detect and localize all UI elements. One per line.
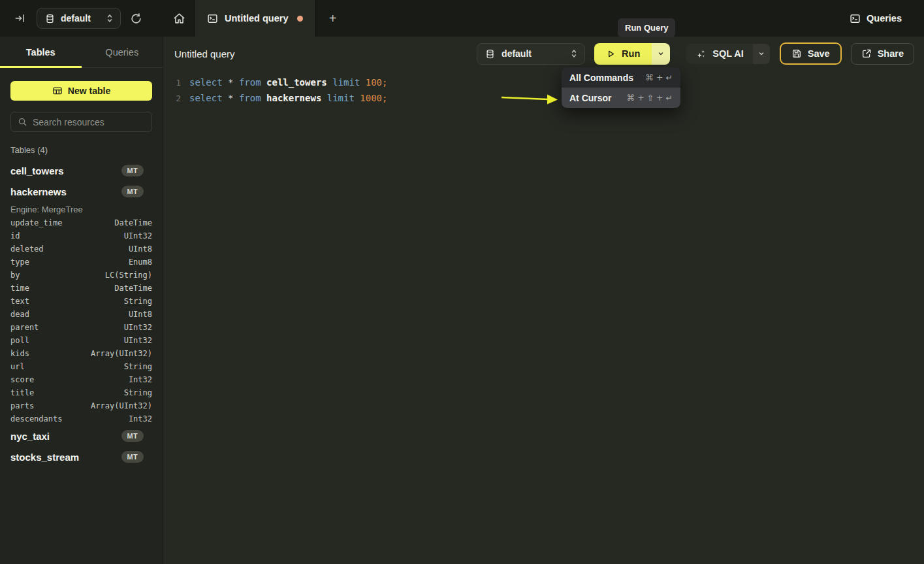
sql-ai-label: SQL AI bbox=[712, 48, 744, 59]
column-type: UInt32 bbox=[124, 231, 152, 241]
tabstrip: Untitled query + bbox=[163, 0, 349, 37]
save-icon bbox=[791, 48, 802, 59]
sql-ai-options-caret[interactable] bbox=[753, 44, 770, 64]
table-row-stocks-stream[interactable]: stocks_streamMT bbox=[10, 446, 152, 467]
save-button[interactable]: Save bbox=[780, 42, 842, 65]
column-row-title: titleString bbox=[10, 386, 152, 399]
updown-chevron-icon bbox=[570, 49, 578, 58]
run-button[interactable]: Run bbox=[594, 43, 652, 65]
table-name: nyc_taxi bbox=[10, 431, 50, 442]
token-op: * bbox=[228, 77, 239, 88]
code-text: select * from hackernews limit 1000; bbox=[181, 93, 387, 103]
new-table-label: New table bbox=[68, 86, 110, 96]
menu-item-shortcut: ⌘ + ↵ bbox=[646, 73, 673, 82]
sidebar-tab-queries[interactable]: Queries bbox=[82, 37, 163, 67]
topbar-database-selector[interactable]: default bbox=[37, 8, 121, 29]
column-name: text bbox=[10, 297, 29, 306]
menu-item-label: At Cursor bbox=[569, 93, 612, 103]
search-box bbox=[10, 112, 152, 132]
table-row-nyc-taxi[interactable]: nyc_taxiMT bbox=[10, 425, 152, 446]
column-name: poll bbox=[10, 336, 29, 345]
annotation-arrow bbox=[498, 91, 560, 108]
column-name: by bbox=[10, 271, 20, 280]
run-query-tooltip: Run Query bbox=[618, 18, 675, 37]
queries-button-label: Queries bbox=[867, 13, 902, 24]
token-op: * bbox=[228, 93, 239, 103]
new-tab-button[interactable]: + bbox=[315, 0, 349, 37]
column-name: parts bbox=[10, 401, 34, 410]
menu-item-all-commands[interactable]: All Commands⌘ + ↵ bbox=[562, 67, 680, 88]
topbar-database-value: default bbox=[61, 13, 91, 24]
chevron-down-icon bbox=[757, 50, 765, 58]
column-row-kids: kidsArray(UInt32) bbox=[10, 347, 152, 360]
sql-ai-button[interactable]: SQL AI bbox=[686, 44, 753, 64]
column-type: LC(String) bbox=[105, 271, 152, 280]
column-type: Array(UInt32) bbox=[91, 401, 152, 410]
table-name: cell_towers bbox=[10, 165, 64, 176]
table-icon bbox=[52, 86, 63, 96]
code-line: 1select * from cell_towers limit 100; bbox=[163, 75, 924, 90]
home-button[interactable] bbox=[163, 0, 195, 37]
column-row-text: textString bbox=[10, 295, 152, 308]
search-input[interactable] bbox=[33, 117, 151, 127]
column-row-parent: parentUInt32 bbox=[10, 321, 152, 334]
sidebar: Tables Queries New table Tables (4) cell… bbox=[0, 37, 163, 564]
tables-tree: cell_towersMThackernewsMTEngine: MergeTr… bbox=[10, 160, 152, 467]
token-kw: from bbox=[239, 77, 266, 88]
topbar: default Untitled query + Queries bbox=[0, 0, 924, 37]
engine-label: Engine: MergeTree bbox=[10, 202, 152, 216]
share-button[interactable]: Share bbox=[851, 43, 914, 65]
column-name: id bbox=[10, 231, 20, 241]
column-name: deleted bbox=[10, 244, 44, 254]
token-tbl: hackernews bbox=[266, 93, 327, 103]
database-icon bbox=[45, 14, 55, 24]
column-row-dead: deadUInt8 bbox=[10, 308, 152, 321]
token-pun: ; bbox=[382, 93, 387, 103]
menu-item-at-cursor[interactable]: At Cursor⌘ + ⇧ + ↵ bbox=[562, 88, 680, 108]
tab-untitled-query[interactable]: Untitled query bbox=[195, 0, 315, 37]
sparkles-icon bbox=[695, 48, 707, 59]
sidebar-tab-tables[interactable]: Tables bbox=[0, 37, 82, 67]
toolbar-database-selector[interactable]: default bbox=[477, 43, 585, 65]
engine-badge: MT bbox=[121, 165, 144, 176]
database-icon bbox=[485, 49, 495, 59]
chevron-down-icon bbox=[657, 50, 665, 58]
run-options-caret[interactable] bbox=[652, 43, 670, 65]
token-pun: ; bbox=[382, 77, 387, 88]
search-icon bbox=[18, 117, 27, 127]
column-name: url bbox=[10, 362, 25, 371]
column-type: DateTime bbox=[114, 284, 152, 293]
queries-button[interactable]: Queries bbox=[850, 0, 902, 37]
column-row-deleted: deletedUInt8 bbox=[10, 242, 152, 256]
column-name: descendants bbox=[10, 414, 62, 423]
updown-chevron-icon bbox=[106, 14, 114, 23]
table-row-hackernews[interactable]: hackernewsMT bbox=[10, 181, 152, 202]
column-name: type bbox=[10, 257, 29, 267]
column-name: parent bbox=[10, 323, 39, 332]
column-row-time: timeDateTime bbox=[10, 282, 152, 295]
main-panel: Untitled query default Run bbox=[163, 37, 924, 564]
collapse-sidebar-icon[interactable] bbox=[14, 12, 26, 24]
code-text: select * from cell_towers limit 100; bbox=[181, 77, 388, 88]
new-table-button[interactable]: New table bbox=[10, 81, 152, 101]
table-row-cell-towers[interactable]: cell_towersMT bbox=[10, 160, 152, 181]
column-row-parts: partsArray(UInt32) bbox=[10, 399, 152, 412]
console-icon bbox=[207, 13, 218, 24]
column-name: time bbox=[10, 284, 29, 293]
column-row-poll: pollUInt32 bbox=[10, 334, 152, 347]
token-tbl: cell_towers bbox=[266, 77, 332, 88]
column-name: dead bbox=[10, 310, 29, 319]
column-type: Enum8 bbox=[129, 257, 152, 267]
column-name: score bbox=[10, 375, 34, 384]
sidebar-content: New table Tables (4) cell_towersMThacker… bbox=[0, 81, 163, 467]
play-icon bbox=[606, 49, 616, 59]
column-name: kids bbox=[10, 349, 29, 358]
query-title: Untitled query bbox=[174, 48, 235, 59]
column-name: title bbox=[10, 388, 34, 397]
line-number: 2 bbox=[163, 93, 181, 103]
toolbar-actions: default Run bbox=[477, 42, 914, 65]
table-name: hackernews bbox=[10, 186, 67, 197]
refresh-icon[interactable] bbox=[130, 12, 142, 25]
column-row-update-time: update_timeDateTime bbox=[10, 216, 152, 229]
line-number: 1 bbox=[163, 78, 181, 88]
